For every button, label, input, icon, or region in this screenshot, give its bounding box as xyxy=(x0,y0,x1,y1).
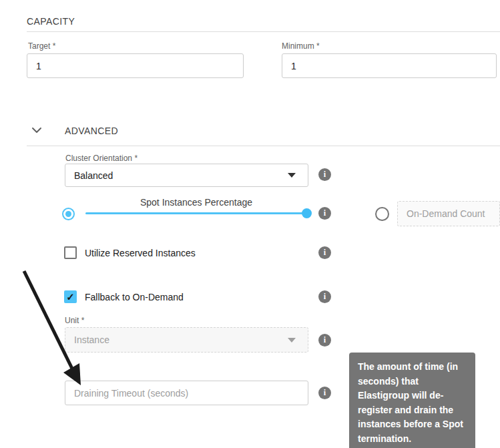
target-label: Target * xyxy=(28,41,55,51)
unit-select[interactable]: Instance xyxy=(65,327,308,353)
unit-label: Unit * xyxy=(65,316,84,325)
cluster-orientation-label: Cluster Orientation * xyxy=(65,154,138,163)
draining-timeout-tooltip: The amount of time (in seconds) that Ela… xyxy=(349,353,475,448)
tooltip-text: The amount of time (in seconds) that Ela… xyxy=(358,361,463,444)
on-demand-count-input[interactable] xyxy=(397,201,500,226)
checkmark-icon: ✓ xyxy=(66,291,75,303)
cluster-orientation-select[interactable]: Balanced xyxy=(65,164,308,187)
utilize-reserved-checkbox[interactable] xyxy=(64,246,77,259)
fallback-on-demand-label: Fallback to On-Demand xyxy=(85,292,184,302)
utilize-reserved-info-icon[interactable]: i xyxy=(318,246,331,259)
spot-percentage-radio[interactable] xyxy=(62,208,75,220)
spot-percentage-slider[interactable] xyxy=(85,212,307,214)
draining-timeout-input[interactable] xyxy=(65,381,308,405)
unit-value: Instance xyxy=(74,334,109,345)
advanced-divider xyxy=(27,146,500,146)
capacity-form-page: CAPACITY Target * Minimum * ADVANCED Clu… xyxy=(0,0,500,448)
minimum-input[interactable] xyxy=(282,53,497,78)
unit-info-icon[interactable]: i xyxy=(318,334,331,347)
spot-percentage-slider-thumb[interactable] xyxy=(302,208,312,218)
cluster-orientation-info-icon[interactable]: i xyxy=(318,168,331,181)
capacity-divider xyxy=(27,31,500,32)
spot-percentage-info-icon[interactable]: i xyxy=(318,207,331,220)
fallback-on-demand-info-icon[interactable]: i xyxy=(318,290,331,303)
utilize-reserved-label: Utilize Reserved Instances xyxy=(85,248,196,258)
fallback-on-demand-checkbox[interactable]: ✓ xyxy=(64,290,77,303)
draining-timeout-info-icon[interactable]: i xyxy=(318,387,331,399)
minimum-label: Minimum * xyxy=(282,41,320,51)
advanced-section-title[interactable]: ADVANCED xyxy=(65,126,118,136)
chevron-down-icon[interactable] xyxy=(31,125,42,137)
dropdown-caret-icon xyxy=(288,338,296,343)
cluster-orientation-value: Balanced xyxy=(74,170,113,181)
capacity-section-title: CAPACITY xyxy=(27,16,75,27)
dropdown-caret-icon xyxy=(288,173,296,178)
on-demand-count-radio[interactable] xyxy=(375,207,389,221)
target-input[interactable] xyxy=(27,53,244,78)
spot-percentage-label: Spot Instances Percentage xyxy=(85,197,307,208)
